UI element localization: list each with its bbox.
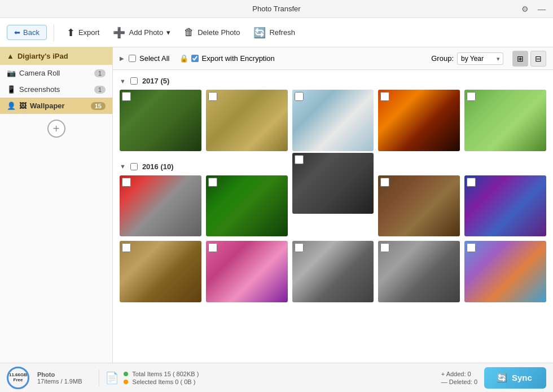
year-group-2016: ▼ 2016 (10) [120,160,546,302]
photo-toolbar: ▶ Select All 🔒 Export with Encryption Gr… [113,47,553,70]
photo-check-zebra[interactable] [208,92,217,101]
wallpaper-person-icon: 👤 [7,102,16,110]
select-all-checkbox[interactable] [129,55,136,62]
photo-check-sunset[interactable] [380,92,389,101]
photo-check-trees[interactable] [208,178,217,187]
photo-check-cat[interactable] [295,92,304,101]
photo-area: ▶ Select All 🔒 Export with Encryption Gr… [113,47,553,363]
view-toggle: ⊞ ⊟ [512,51,546,67]
wallpaper-count: 15 [91,102,106,110]
status-sep-1 [99,369,99,386]
selected-items-row: Selected Items 0 ( 0B ) [124,378,199,385]
status-bar: 11.66GB Free Photo 17items / 1.9MB 📄 Tot… [0,363,553,392]
year-toggle-2016[interactable]: ▼ [120,163,126,170]
camera-roll-count: 1 [94,69,106,77]
photo-thumb-sunset[interactable] [378,90,460,151]
camera-roll-icon: 📷 [7,69,16,77]
group-area: Group: by Year by Month by Day [431,52,503,65]
photo-thumb-bokeh[interactable] [464,175,546,237]
photo-check-watercolor[interactable] [467,243,476,252]
photo-count-info: Photo 17items / 1.9MB [37,371,82,385]
year-group-2017: ▼ 2017 (5) [120,74,546,151]
refresh-button[interactable]: 🔄 Refresh [248,23,301,42]
photo-thumb-river[interactable] [120,241,201,302]
photo-thumb-door[interactable] [292,241,374,302]
sidebar-item-screenshots[interactable]: 📱 Screenshots 1 [0,81,112,98]
screenshots-count: 1 [94,86,106,94]
delete-photo-icon: 🗑 [184,27,194,38]
camera-roll-label: Camera Roll [19,69,60,77]
photo-thumb-squirrel[interactable] [120,90,201,151]
photo-check-squirrel[interactable] [122,92,131,101]
photo-thumb-watercolor[interactable] [464,241,546,302]
delete-photo-button[interactable]: 🗑 Delete Photo [178,23,245,42]
selected-items-label: Selected Items 0 ( 0B ) [133,378,196,385]
photo-check-street[interactable] [295,155,304,164]
year-checkbox-2017[interactable] [130,77,138,85]
export-icon: ⬆ [67,27,75,39]
photo-check-bokeh[interactable] [467,178,476,187]
photo-check-door[interactable] [295,243,304,252]
lock-icon: 🔒 [179,54,188,63]
storage-info: 11.66GB Free [7,367,29,389]
total-items-row: Total Items 15 ( 802KB ) [124,371,199,377]
sync-area: + Added: 0 — Deleted: 0 🔄 Sync [441,367,546,389]
photo-check-river[interactable] [122,243,131,252]
status-doc-icon: 📄 [105,371,119,385]
photo-thumb-pink-trees[interactable] [206,241,288,302]
photo-grid-2017 [120,90,546,151]
encrypt-checkbox[interactable] [191,55,199,62]
sidebar-item-camera-roll[interactable]: 📷 Camera Roll 1 [0,65,112,81]
group-label: Group: [431,54,454,63]
encrypt-label: Export with Encryption [201,54,274,63]
add-album-button[interactable]: + [47,120,65,138]
year-label-2017: 2017 (5) [142,77,169,85]
photo-thumb-zebra[interactable] [206,90,288,151]
photo-check-pink-trees[interactable] [208,243,217,252]
wallpaper-label: Wallpaper [30,102,65,110]
add-photo-icon: ➕ [113,27,125,39]
photo-scroll[interactable]: ▼ 2017 (5) [113,70,553,363]
storage-circle: 11.66GB Free [7,367,29,389]
total-dot [124,372,128,376]
selected-dot [124,380,128,384]
list-view-button[interactable]: ⊟ [530,51,546,67]
year-toggle-2017[interactable]: ▼ [120,78,126,85]
year-header-2017: ▼ 2017 (5) [120,74,546,90]
storage-label: Free [14,378,23,383]
export-button[interactable]: ⬆ Export [61,23,106,42]
year-checkbox-2016[interactable] [130,163,138,170]
status-items: Total Items 15 ( 802KB ) Selected Items … [124,371,199,385]
encrypt-area: 🔒 Export with Encryption [179,54,274,63]
device-name: Digiarty's iPad [17,52,68,60]
photo-thumb-piano[interactable] [378,175,460,237]
group-select[interactable]: by Year by Month by Day [457,52,503,65]
photo-thumb-street[interactable] [292,153,374,214]
sync-icon: 🔄 [497,373,507,383]
sidebar: ▲ Digiarty's iPad 📷 Camera Roll 1 📱 Scre… [0,47,113,363]
screenshots-label: Screenshots [19,85,60,94]
select-all-area: Select All [129,54,169,63]
add-photo-button[interactable]: ➕ Add Photo ▾ [107,23,176,42]
photo-check-gopher[interactable] [467,92,476,101]
photo-thumb-cat[interactable] [292,90,374,151]
settings-button[interactable]: ⚙ [518,2,532,16]
added-deleted-info: + Added: 0 — Deleted: 0 [441,371,477,385]
main-content: ▲ Digiarty's iPad 📷 Camera Roll 1 📱 Scre… [0,47,553,363]
title-bar-controls: ⚙ — [518,2,548,16]
back-button[interactable]: ⬅ Back [7,25,47,40]
photo-thumb-gopher[interactable] [464,90,546,151]
photo-thumb-trees[interactable] [206,175,288,237]
minimize-button[interactable]: — [535,2,548,16]
photo-check-car[interactable] [122,178,131,187]
grid-view-button[interactable]: ⊞ [512,51,528,67]
photo-thumb-car[interactable] [120,175,201,237]
sync-button[interactable]: 🔄 Sync [484,367,546,389]
photo-check-piano[interactable] [380,178,389,187]
photo-thumb-building-bw[interactable] [378,241,460,302]
photo-check-building-bw[interactable] [380,243,389,252]
sidebar-device[interactable]: ▲ Digiarty's iPad [0,47,112,65]
main-toolbar: ⬅ Back ⬆ Export ➕ Add Photo ▾ 🗑 Delete P… [0,18,553,47]
delete-photo-label: Delete Photo [198,28,240,37]
sidebar-item-wallpaper[interactable]: 👤 🖼 Wallpaper 15 [0,98,112,114]
